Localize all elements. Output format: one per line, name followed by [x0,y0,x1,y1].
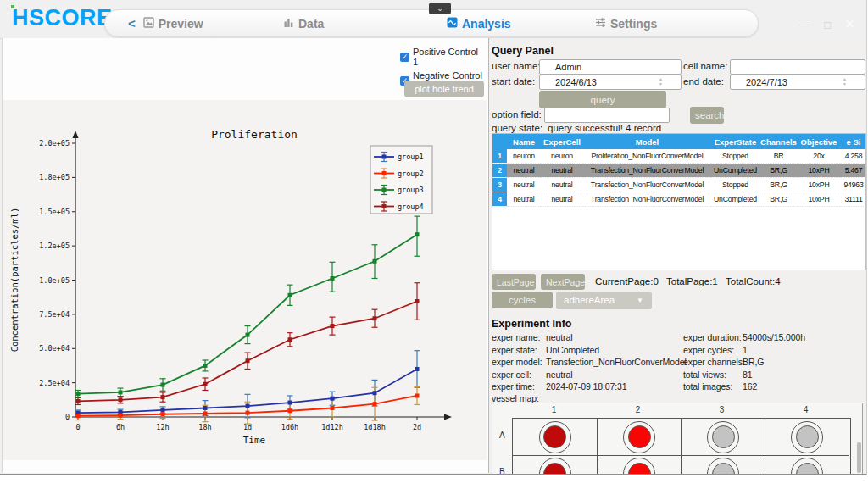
well [796,425,819,448]
vessel-well-cell[interactable] [681,455,765,474]
svg-text:group3: group3 [398,186,424,194]
chevron-down-icon: ⌄ [437,4,443,13]
info-label: total views: [683,370,726,380]
cycles-button[interactable]: cycles [492,292,553,308]
results-table-container[interactable]: Name ExperCell Model ExperState Channels… [492,133,866,270]
vessel-well-cell[interactable] [765,455,849,474]
svg-text:7.5e+04: 7.5e+04 [39,310,70,319]
well [543,463,566,475]
info-row: exper state:UnCompletedexper cycles:1 [490,345,866,358]
chart-panel: ✓ Positive Control 1 ✓ Negative Control … [2,38,489,473]
well-outer-ring [707,458,739,474]
tab-analysis[interactable]: Analysis [447,10,511,36]
vessel-well-cell[interactable] [513,455,597,474]
vessel-column-header: 2 [596,405,680,414]
vessel-well-cell[interactable] [513,419,597,455]
well [543,425,566,448]
minimize-button[interactable]: — [799,19,810,31]
results-table: Name ExperCell Model ExperState Channels… [492,134,866,207]
spinner-down-icon[interactable]: ▼ [840,81,849,86]
query-state-label: query state: [492,123,542,133]
cell-objective: 10xPH [798,178,840,192]
col-name: Name [507,134,541,149]
col-expercell: ExperCell [541,134,583,149]
info-value: Transfection_NonFluorConverModel [546,357,687,367]
tab-data[interactable]: Data [283,10,324,36]
well-outer-ring [791,421,823,453]
table-row[interactable]: 3neutralneutralTransfection_NonFluorConv… [492,178,866,192]
info-label: exper cycles: [683,345,734,355]
end-date-spinner[interactable]: ▲ ▼ [840,76,849,86]
vessel-grid [512,418,851,474]
line-chart-icon [447,17,458,31]
well-outer-ring [707,421,739,453]
user-name-input[interactable] [539,59,682,75]
table-row[interactable]: 4neutralneutralTransfection_NonFluorConv… [492,192,866,207]
info-value: 1 [743,345,748,355]
table-row[interactable]: 2neutralneutralTransfection_NonFluorConv… [492,164,866,178]
area-dropdown-value: adhereArea [564,295,615,305]
cell-model: Proliferation_NonFluorConverModel [583,149,711,164]
col-size: e Si [840,134,866,149]
svg-text:Proliferation: Proliferation [211,128,298,141]
last-page-button[interactable]: LastPage [492,274,536,290]
table-row[interactable]: 1neuronneuronProliferation_NonFluorConve… [492,149,866,164]
svg-text:1.8e+05: 1.8e+05 [39,173,70,181]
cell-name: neuron [507,149,541,164]
col-experstate: ExperState [711,134,760,149]
info-row: exper time:2024-07-09 18:07:31total imag… [490,381,866,394]
cell-exper_state: UnCompleted [711,164,760,178]
close-button[interactable]: ✕ [845,19,854,31]
vessel-well-cell[interactable] [681,419,765,455]
option-field-input[interactable] [544,108,670,123]
area-dropdown[interactable]: adhereArea ▼ [556,292,652,309]
start-date-spinner[interactable]: ▲ ▼ [656,76,665,86]
query-state-value: query successful! 4 record [548,123,661,133]
vessel-scrollbar[interactable] [857,442,861,473]
user-name-label: user name: [492,61,541,71]
cell-e_si: 5.467 [840,164,866,178]
plot-hole-trend-button[interactable]: plot hole trend [404,81,484,97]
cell-e_si: 4.258 [840,149,866,164]
sliders-icon [595,17,606,31]
cell-name-input[interactable] [730,59,865,75]
positive-control-checkbox[interactable]: ✓ Positive Control 1 [400,47,485,67]
cell-channels: BR [760,149,798,164]
spinner-down-icon[interactable]: ▼ [656,81,665,86]
positive-control-label: Positive Control 1 [413,47,485,67]
row-index: 4 [492,192,507,207]
tab-preview-label: Preview [159,17,203,31]
query-button[interactable]: query [539,91,666,108]
info-value: BR,G [743,357,764,367]
collapse-chevron-button[interactable]: ⌄ [429,3,451,14]
back-arrow-icon[interactable]: < [128,16,136,31]
tab-settings-label: Settings [610,17,657,31]
svg-text:group4: group4 [398,203,424,211]
search-button[interactable]: search [690,107,724,124]
query-panel-title: Query Panel [492,45,554,57]
well [712,425,735,448]
info-value: 2024-07-09 18:07:31 [546,381,627,392]
table-header-row: Name ExperCell Model ExperState Channels… [492,134,866,149]
vessel-well-cell[interactable] [597,455,681,474]
svg-text:6h: 6h [116,423,125,431]
total-count-info: TotalCount:4 [726,276,781,286]
info-label: exper time: [492,381,535,392]
well-outer-ring [791,458,823,474]
cell-objective: 10xPH [798,164,840,178]
next-page-button[interactable]: NextPage [541,274,585,290]
tab-preview[interactable]: < Preview [128,10,203,36]
maximize-button[interactable]: ◻ [823,19,832,31]
query-and-info-panel: Query Panel user name: cell name: start … [490,38,866,474]
vessel-map: 1234AB [492,403,863,474]
bar-chart-icon [283,17,294,31]
info-value: UnCompleted [546,345,599,355]
svg-text:0: 0 [75,423,80,431]
vessel-well-cell[interactable] [765,419,849,455]
cell-exper_state: Stopped [711,178,760,192]
tab-settings[interactable]: Settings [595,10,657,36]
info-label: exper channels: [683,357,745,367]
app-window: HSCORE < Preview Data Analysis [0,0,867,475]
app-logo: HSCORE [12,5,113,31]
vessel-well-cell[interactable] [597,419,681,455]
